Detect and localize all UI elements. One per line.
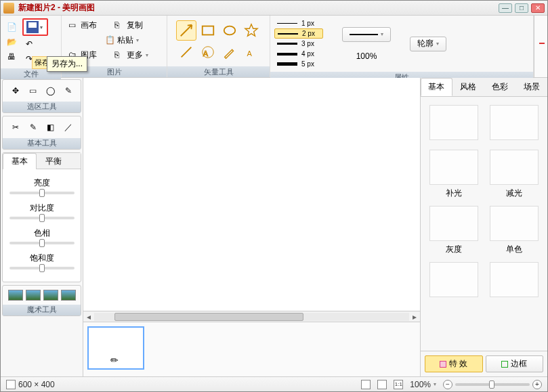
brightness-slider[interactable] [9,192,75,194]
hue-slider[interactable] [9,242,75,244]
effect-monochrome[interactable]: 单色 [488,206,541,255]
title-bar: 新建图片2 - 美明画图 — □ ✕ [1,1,547,16]
effect-item[interactable] [427,105,481,143]
page-thumbnails: ✏ [83,322,420,376]
dims-icon [6,380,16,389]
contrast-slider[interactable] [9,217,75,219]
basic-tools-panel: ✂ ✎ ◧ ／ 基本工具 [2,116,81,150]
fit-icon[interactable] [377,380,387,389]
minimize-button[interactable]: — [499,3,512,13]
page-thumb-1[interactable]: ✏ [87,326,144,370]
brush-tool[interactable]: ／ [62,121,75,134]
green-square-icon [501,361,508,368]
ribbon-zoom-label: 100% [356,51,377,61]
ribbon: 📄 📂 🖶 ▾ ↶ ↷ 文件 保存 另存为... ▭画布 ⎘复制 [1,16,547,78]
right-tab-style[interactable]: 风格 [452,78,484,96]
zoom-percent: 100% [410,380,431,389]
shape-line-tool[interactable] [176,42,196,62]
zoom-out-button[interactable]: − [443,380,452,389]
pink-square-icon [440,361,446,368]
stroke-width-list[interactable]: 1 px 2 px 3 px 4 px 5 px [274,18,323,69]
magic-preset-1[interactable] [8,290,23,301]
shape-text-tool[interactable]: A [241,42,261,62]
shape-star-tool[interactable] [241,20,261,41]
outline-dropdown[interactable]: 轮廓▾ [410,37,446,51]
svg-text:A: A [247,49,252,58]
magic-preset-3[interactable] [43,290,58,301]
open-file-button[interactable]: 📂 [5,35,18,49]
new-file-button[interactable]: 📄 [5,20,18,34]
actual-size-icon[interactable]: 1:1 [394,380,403,389]
effect-item[interactable] [427,262,481,300]
save-dropdown-arrow[interactable]: ▾ [39,24,44,30]
more-button[interactable]: ⎘更多▾ [112,48,151,62]
magic-preset-2[interactable] [26,290,41,301]
adjust-tab-balance[interactable]: 平衡 [37,153,70,169]
right-tab-color[interactable]: 色彩 [484,78,516,96]
ellipse-select-tool[interactable]: ◯ [44,84,58,97]
magic-tools-panel: 魔术工具 [2,285,81,316]
shape-arrow-tool[interactable] [176,20,196,41]
left-toolbox: ✥ ▭ ◯ ✎ 选区工具 ✂ ✎ ◧ ／ 基本工具 基本 平衡 亮度 对 [1,78,83,376]
svg-rect-0 [202,26,213,35]
effect-grayscale[interactable]: 灰度 [427,206,481,255]
save-as-tooltip: 另存为... [47,56,87,72]
eyedropper-tool[interactable]: ✎ [26,121,40,134]
right-tab-basic[interactable]: 基本 [421,78,452,96]
canvas[interactable] [83,78,420,311]
ribbon-overflow[interactable] [534,16,547,77]
svg-line-2 [181,47,191,57]
cursor-pos-icon [361,380,371,389]
shape-ellipse-tool[interactable] [219,20,240,41]
ribbon-group-vector: 矢量工具 [167,66,270,77]
canvas-dimensions: 600 × 400 [18,380,55,389]
right-tab-scene[interactable]: 场景 [515,78,547,96]
copy-button[interactable]: ⎘复制 [112,18,146,32]
adjust-tab-basic[interactable]: 基本 [3,153,37,169]
rect-select-tool[interactable]: ▭ [26,84,40,97]
status-bar: 600 × 400 1:1 100%▾ − + [1,376,547,391]
border-toggle[interactable]: 边框 [486,355,544,372]
close-button[interactable]: ✕ [531,3,545,13]
effect-reduce-light[interactable]: 减光 [488,150,541,199]
lasso-tool[interactable]: ✎ [62,84,75,97]
shape-text-bubble-tool[interactable]: A [198,42,218,62]
paste-button[interactable]: 📋粘贴▾ [102,33,142,47]
canvas-area: ◂▸ ✏ [83,78,420,376]
print-button[interactable]: 🖶 [5,50,18,64]
window-title: 新建图片2 - 美明画图 [18,2,499,14]
save-icon [26,21,39,33]
maximize-button[interactable]: □ [515,3,528,13]
svg-point-1 [224,26,235,35]
magic-preset-4[interactable] [61,290,76,301]
right-panel: 基本 风格 色彩 场景 补光 减光 灰度 单色 特 效 边框 [420,78,547,376]
shape-rect-tool[interactable] [198,20,218,41]
effect-item[interactable] [488,105,541,143]
app-icon [3,3,14,14]
saturation-slider[interactable] [9,267,75,269]
effects-toggle[interactable]: 特 效 [425,355,483,372]
pencil-icon: ✏ [110,355,119,366]
effect-item[interactable] [488,262,541,300]
select-tools-panel: ✥ ▭ ◯ ✎ 选区工具 [2,79,81,113]
line-style-dropdown[interactable]: ▾ [342,27,391,42]
adjust-panel: 基本 平衡 亮度 对比度 色相 饱和度 [2,152,81,282]
move-tool[interactable]: ✥ [9,84,22,97]
zoom-in-button[interactable]: + [532,380,542,389]
crop-tool[interactable]: ✂ [9,121,22,134]
canvas-button[interactable]: ▭画布 [66,18,100,32]
undo-button[interactable]: ↶ [22,37,36,51]
effect-fill-light[interactable]: 补光 [427,150,481,199]
horizontal-scrollbar[interactable]: ◂▸ [83,311,420,322]
shape-pen-tool[interactable] [219,42,240,62]
save-button[interactable]: ▾ [22,18,48,36]
eraser-tool[interactable]: ◧ [44,121,58,134]
zoom-slider[interactable] [455,383,530,386]
